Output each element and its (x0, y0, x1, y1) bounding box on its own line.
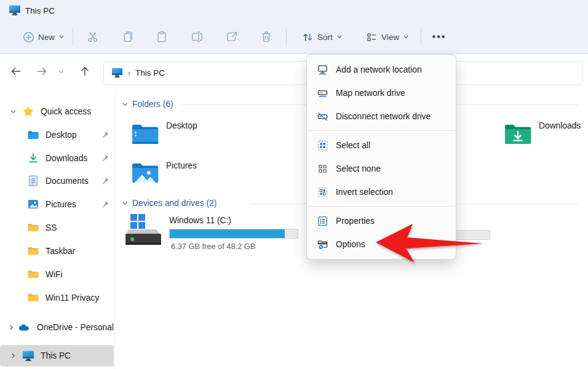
paste-button[interactable] (149, 25, 174, 49)
menu-item-invert-selection[interactable]: Invert selection (307, 180, 456, 204)
chevron-down-icon (403, 34, 409, 40)
folder-tile-desktop[interactable]: Desktop (130, 119, 253, 151)
sidebar-item-label: Win11 Privacy (46, 293, 99, 303)
menu-item-add-network-location[interactable]: Add a network location (307, 58, 456, 81)
folder-tile-pictures[interactable]: Pictures (130, 157, 253, 189)
this-pc-icon (9, 5, 21, 16)
menu-item-select-none[interactable]: Select none (307, 157, 456, 180)
map-network-drive-icon (317, 87, 328, 99)
navigation-bar: › This PC (0, 55, 588, 90)
sidebar: Quick access Desktop Downloads Documents (0, 90, 114, 369)
star-icon (22, 105, 34, 117)
gear-icon (319, 244, 324, 249)
menu-item-label: Invert selection (336, 188, 393, 197)
capacity-bar-fill (170, 229, 285, 238)
download-icon (27, 152, 39, 164)
back-button[interactable] (5, 60, 27, 82)
toolbar-divider (73, 28, 73, 46)
view-button-label: View (381, 33, 399, 42)
sidebar-item-label: Downloads (46, 154, 87, 163)
folder-name: Pictures (166, 161, 197, 170)
menu-item-disconnect-network-drive[interactable]: Disconnect network drive (307, 105, 456, 128)
sidebar-item-label: Pictures (46, 200, 76, 209)
rename-button[interactable] (185, 25, 209, 49)
disconnect-network-drive-icon (317, 111, 328, 122)
chevron-down-icon (122, 101, 129, 108)
this-pc-icon (111, 68, 123, 78)
sidebar-item-ss[interactable]: SS (0, 218, 114, 237)
hard-drive-icon (124, 212, 162, 250)
sidebar-item-win11-privacy[interactable]: Win11 Privacy (0, 288, 114, 307)
arrow-left-icon (10, 65, 22, 77)
menu-item-select-all[interactable]: Select all (307, 133, 456, 157)
windows-logo (130, 214, 145, 229)
forward-button[interactable] (31, 60, 53, 82)
menu-item-properties[interactable]: Properties (307, 209, 456, 232)
folder-name: Desktop (166, 121, 197, 130)
drive-free-space: 6.37 GB free of 48.2 GB (171, 242, 255, 251)
sidebar-item-label: Quick access (41, 107, 91, 116)
chevron-right-icon[interactable] (4, 352, 22, 359)
menu-item-label: Options (336, 240, 365, 249)
see-more-context-menu: Add a network location Map network drive… (306, 54, 456, 260)
sidebar-item-this-pc[interactable]: This PC (0, 345, 114, 367)
up-button[interactable] (74, 60, 96, 82)
sidebar-item-onedrive[interactable]: OneDrive - Personal (0, 318, 114, 336)
copy-button[interactable] (115, 25, 140, 49)
network-location-icon (317, 64, 328, 76)
sidebar-item-taskbar[interactable]: Taskbar (0, 242, 114, 260)
sidebar-item-label: WiFi (46, 270, 63, 279)
menu-separator (308, 206, 455, 207)
menu-item-options[interactable]: Options (307, 232, 456, 256)
sidebar-item-wifi[interactable]: WiFi (0, 265, 114, 284)
drives-group-header[interactable]: Devices and drives (2) (122, 199, 217, 208)
arrow-right-icon (36, 65, 48, 77)
sidebar-item-documents[interactable]: Documents (0, 172, 114, 190)
ellipsis-icon: ••• (432, 31, 447, 42)
invert-selection-icon (317, 186, 328, 198)
menu-item-label: Add a network location (336, 65, 422, 74)
sidebar-item-quick-access[interactable]: Quick access (0, 102, 114, 121)
sidebar-item-desktop[interactable]: Desktop (0, 125, 114, 144)
sort-button[interactable]: Sort (294, 25, 351, 49)
delete-button[interactable] (254, 25, 279, 49)
recent-locations-button[interactable] (53, 60, 69, 82)
pin-icon (100, 177, 109, 185)
chevron-right-icon[interactable] (4, 324, 18, 331)
breadcrumb-separator: › (128, 69, 130, 77)
chevron-down-icon (58, 34, 65, 40)
folders-group-header[interactable]: Folders (6) (122, 100, 173, 109)
window-title: This PC (25, 6, 55, 15)
menu-item-label: Disconnect network drive (336, 112, 431, 121)
view-button[interactable]: View (358, 25, 417, 49)
folder-tile-downloads[interactable]: Downloads (503, 119, 588, 151)
sidebar-item-label: SS (46, 223, 57, 232)
onedrive-cloud-icon (18, 321, 31, 333)
select-all-icon (317, 140, 328, 151)
chevron-down-icon[interactable] (4, 108, 22, 115)
trash-icon (260, 30, 273, 44)
menu-item-label: Map network drive (336, 89, 405, 98)
view-icon (366, 31, 378, 43)
desktop-folder-icon (27, 129, 39, 141)
toolbar-divider (421, 28, 421, 46)
cut-button[interactable] (81, 25, 105, 49)
share-button[interactable] (220, 25, 244, 49)
plus-circle-icon (23, 31, 34, 43)
see-more-button[interactable]: ••• (426, 25, 453, 49)
breadcrumb[interactable]: This PC (135, 68, 165, 77)
drive-tile-windows-c[interactable]: Windows 11 (C:) 6.37 GB free of 48.2 GB (124, 212, 303, 256)
new-button-label: New (38, 33, 55, 42)
sidebar-item-downloads[interactable]: Downloads (0, 149, 114, 167)
share-icon (225, 30, 239, 44)
sidebar-item-label: Desktop (46, 130, 77, 140)
pin-icon (100, 130, 109, 139)
new-button[interactable]: New (15, 25, 73, 49)
group-title: Folders (6) (132, 100, 173, 109)
chevron-down-icon (122, 200, 129, 207)
folder-icon (27, 245, 39, 257)
sidebar-item-label: Documents (46, 177, 89, 186)
sidebar-item-pictures[interactable]: Pictures (0, 195, 114, 213)
menu-item-map-network-drive[interactable]: Map network drive (307, 81, 456, 105)
sort-button-label: Sort (317, 33, 333, 42)
